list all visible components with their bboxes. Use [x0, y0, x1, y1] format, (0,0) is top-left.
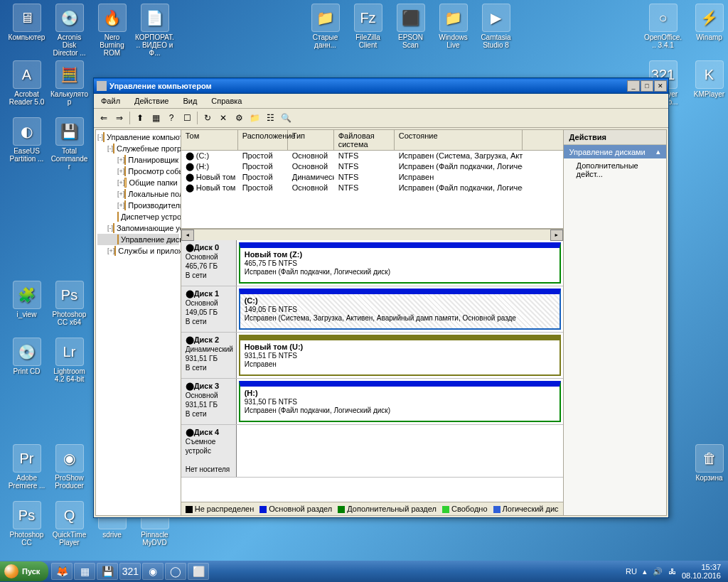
- tree-item[interactable]: [-]Служебные программы: [97, 143, 179, 154]
- folder-button[interactable]: 📁: [247, 111, 262, 125]
- back-button[interactable]: ⇐: [97, 111, 111, 125]
- volume-block[interactable]: (H:)931,50 ГБ NTFSИсправен (Файл подкачк…: [239, 381, 561, 422]
- properties-button[interactable]: ?: [164, 111, 178, 125]
- tree-item[interactable]: [+]Просмотр событий: [97, 166, 179, 177]
- column-header[interactable]: Тип: [288, 130, 334, 150]
- volume-row[interactable]: ⬤ (C:)ПростойОсновнойNTFSИсправен (Систе…: [181, 151, 563, 161]
- language-indicator[interactable]: RU: [626, 567, 637, 576]
- volume-icon[interactable]: 🔊: [653, 567, 663, 576]
- horizontal-scrollbar[interactable]: [181, 229, 563, 240]
- volume-row[interactable]: ⬤ (H:)ПростойОсновнойNTFSИсправен (Файл …: [181, 161, 563, 172]
- desktop-icon[interactable]: 🗑Корзина: [690, 444, 728, 482]
- menu-item[interactable]: Файл: [98, 95, 123, 107]
- tree-item[interactable]: [+]Планировщик заданий: [97, 154, 179, 166]
- tree-item[interactable]: [+]Службы и приложения: [97, 245, 179, 257]
- close-button[interactable]: ✕: [654, 80, 667, 92]
- desktop-icon[interactable]: PsPhotoshop CC x64: [50, 281, 89, 326]
- save-taskbar-icon[interactable]: 💾: [97, 563, 118, 580]
- disk-info[interactable]: ⬤Диск 3Основной931,51 ГБВ сети: [181, 379, 237, 424]
- disk-info[interactable]: ⬤Диск 4Съемное устройсНет носителя: [181, 425, 237, 477]
- tree-item[interactable]: [+]Локальные пользователи: [97, 188, 179, 200]
- desktop-icon[interactable]: 💾Total Commander: [50, 117, 89, 171]
- volume-block[interactable]: Новый том (U:)931,51 ГБ NTFSИсправен: [239, 335, 561, 376]
- list-button[interactable]: ☷: [263, 111, 277, 125]
- desktop-icon[interactable]: 🔥Nero Burning ROM: [92, 4, 132, 57]
- column-header[interactable]: Файловая система: [334, 130, 395, 150]
- desktop-icon[interactable]: ⚡Winamp: [690, 4, 728, 41]
- desktop-icon[interactable]: AAcrobat Reader 5.0: [7, 60, 46, 106]
- menu-item[interactable]: Справка: [208, 95, 245, 107]
- volume-block[interactable]: (C:)149,05 ГБ NTFSИсправен (Система, Заг…: [239, 289, 561, 330]
- titlebar[interactable]: Управление компьютером _ □ ✕: [94, 78, 668, 94]
- start-button[interactable]: Пуск: [0, 561, 48, 581]
- tree-item[interactable]: [+]Производительность: [97, 200, 179, 211]
- disk-info[interactable]: ⬤Диск 2Динамический931,51 ГБВ сети: [181, 333, 237, 378]
- actions-more-item[interactable]: Дополнительные дейст...: [564, 158, 666, 181]
- network-icon[interactable]: 🖧: [668, 567, 676, 576]
- desktop-icon[interactable]: ▶Camtasia Studio 8: [476, 4, 515, 49]
- mgmt-taskbar-icon[interactable]: ⬜: [188, 563, 209, 580]
- desktop-icon[interactable]: 🧮Калькулятор: [50, 60, 89, 106]
- actions-subheader[interactable]: Управление дисками▴: [564, 145, 666, 158]
- disk-info[interactable]: ⬤Диск 0Основной465,76 ГБВ сети: [181, 240, 237, 286]
- media-taskbar-icon[interactable]: 321: [119, 563, 141, 580]
- desktop-icon[interactable]: QQuickTime Player: [50, 501, 89, 546]
- column-header[interactable]: Том: [181, 130, 238, 150]
- help-button[interactable]: ☐: [180, 111, 194, 125]
- folder-icon: [117, 235, 119, 244]
- desktop-icon[interactable]: 📁Старые данн...: [306, 4, 345, 49]
- disk-icon: ⬤: [186, 243, 194, 252]
- clock[interactable]: 15:37 08.10.2016: [682, 563, 721, 580]
- column-header[interactable]: Расположение: [238, 130, 288, 150]
- desktop-icon[interactable]: 💿Acronis Disk Director ...: [50, 4, 89, 57]
- desktop-icon[interactable]: 🖥Компьютер: [7, 4, 46, 41]
- desktop-icon[interactable]: 🧩i_view: [7, 281, 46, 318]
- delete-button[interactable]: ✕: [216, 111, 230, 125]
- tree-item[interactable]: [-]Запоминающие устройства: [97, 222, 179, 234]
- tree-item[interactable]: [-]Управление компьютером (лока: [97, 131, 179, 143]
- desktop-icon[interactable]: KKMPlayer: [690, 60, 728, 98]
- settings-button[interactable]: ⚙: [232, 111, 246, 125]
- chrome-taskbar-icon[interactable]: ◯: [165, 563, 186, 580]
- tree-item[interactable]: Управление дисками: [97, 234, 179, 245]
- forward-button[interactable]: ⇒: [112, 111, 127, 125]
- app-icon: 💿: [55, 4, 84, 32]
- app2-taskbar-icon[interactable]: ◉: [142, 563, 164, 580]
- desktop-icon[interactable]: LrLightroom 4.2 64-bit: [50, 338, 89, 383]
- volume-block[interactable]: Новый том (Z:)465,75 ГБ NTFSИсправен (Фа…: [239, 242, 561, 284]
- volume-row[interactable]: ⬤ Новый том (Z:)ПростойОсновнойNTFSИспра…: [181, 183, 563, 193]
- find-button[interactable]: 🔍: [279, 111, 293, 125]
- menubar: ФайлДействиеВидСправка: [94, 94, 668, 109]
- tree-item[interactable]: [+]Общие папки: [97, 177, 179, 188]
- desktop-icon[interactable]: FzFileZilla Client: [348, 4, 387, 49]
- desktop-icon[interactable]: PsPhotoshop CC: [7, 501, 46, 546]
- disk-info[interactable]: ⬤Диск 1Основной149,05 ГБВ сети: [181, 286, 237, 332]
- desktop-icon[interactable]: ○OpenOffice... 3.4.1: [643, 4, 682, 49]
- app-taskbar-icon[interactable]: ▦: [74, 563, 95, 580]
- refresh-button[interactable]: ↻: [200, 111, 215, 125]
- desktop-icon[interactable]: ◐EaseUS Partition ...: [7, 117, 46, 163]
- volume-row[interactable]: ⬤ Новый том (U:)ПростойДинамическийNTFSИ…: [181, 172, 563, 183]
- menu-item[interactable]: Действие: [132, 95, 171, 107]
- chevron-up-icon: ▴: [656, 147, 660, 156]
- desktop-icon[interactable]: ◉ProShow Producer: [50, 444, 89, 490]
- disk-panel: ⬤Диск 0Основной465,76 ГБВ сетиНовый том …: [181, 240, 563, 502]
- firefox-taskbar-icon[interactable]: 🦊: [51, 563, 73, 580]
- desktop-icon[interactable]: 📁Windows Live: [434, 4, 473, 49]
- desktop-icon[interactable]: 💿Print CD: [7, 338, 46, 375]
- desktop-icon[interactable]: 📄КОРПОРАТ... ВИДЕО и Ф...: [135, 4, 174, 57]
- desktop-icon[interactable]: ⬛EPSON Scan: [391, 4, 430, 49]
- column-header[interactable]: Состояние: [395, 130, 523, 150]
- maximize-button[interactable]: □: [641, 80, 653, 92]
- disk-row: ⬤Диск 0Основной465,76 ГБВ сетиНовый том …: [181, 240, 563, 286]
- show-hide-button[interactable]: ▦: [149, 111, 163, 125]
- tray-up-icon[interactable]: ▴: [643, 567, 647, 576]
- minimize-button[interactable]: _: [627, 80, 640, 92]
- tree-item[interactable]: Диспетчер устройств: [97, 211, 179, 222]
- menu-item[interactable]: Вид: [180, 95, 200, 107]
- folder-icon: [124, 189, 126, 199]
- up-button[interactable]: ⬆: [133, 111, 147, 125]
- desktop-icon[interactable]: PrAdobe Premiere ...: [7, 444, 46, 490]
- app-icon: Ps: [55, 281, 84, 309]
- app-icon: Pr: [13, 444, 41, 473]
